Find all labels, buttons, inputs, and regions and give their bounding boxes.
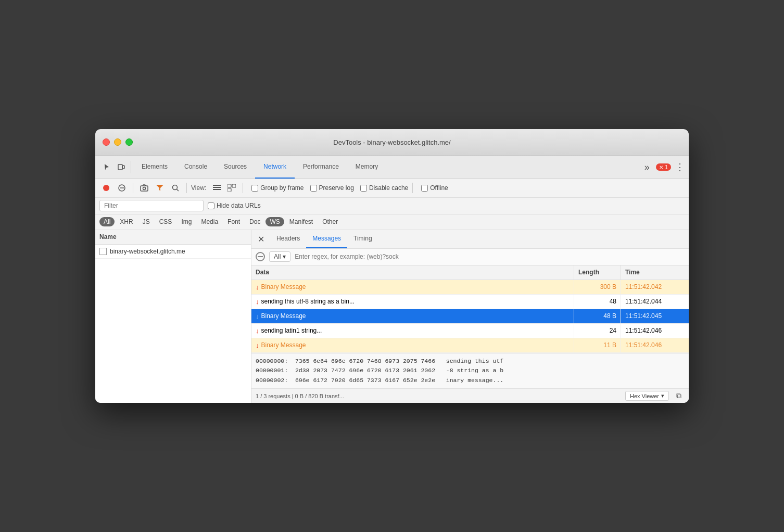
hex-viewer-dropdown-button[interactable]: Hex Viewer ▾ (625, 391, 669, 401)
traffic-lights (103, 138, 133, 146)
message-time-cell: 11:51:42.046 (621, 338, 689, 352)
hex-line: 00000000: 7365 6e64 696e 6720 7468 6973 … (256, 357, 685, 366)
arrow-down-icon: ↓ (256, 341, 259, 349)
toolbar-sep-2 (186, 183, 187, 193)
message-data-cell: ↓ Binary Message (251, 309, 574, 323)
status-requests-text: 1 / 3 requests | 0 B / 820 B transf... (256, 393, 625, 399)
message-time-cell: 11:51:42.045 (621, 309, 689, 323)
header-time: Time (621, 265, 689, 280)
tab-timing[interactable]: Timing (347, 230, 378, 248)
tab-performance[interactable]: Performance (295, 156, 347, 179)
left-panel: Name binary-websocket.glitch.me (95, 230, 251, 403)
view-label: View: (191, 184, 206, 192)
more-tabs-button[interactable]: » (642, 162, 652, 173)
clear-button[interactable] (115, 181, 129, 195)
table-row[interactable]: ↓ sending this utf-8 string as a bin... … (251, 295, 689, 309)
tab-messages[interactable]: Messages (306, 230, 347, 248)
filter-type-css[interactable]: CSS (155, 217, 176, 226)
table-row[interactable]: ↓ Binary Message 300 B 11:51:42.042 (251, 280, 689, 295)
message-data-cell: ↓ Binary Message (251, 338, 574, 352)
table-row[interactable]: ↓ Binary Message 11 B 11:51:42.046 (251, 338, 689, 353)
tabs-list: Elements Console Sources Network Perform… (133, 156, 642, 179)
tab-sources[interactable]: Sources (216, 156, 255, 179)
filter-type-img[interactable]: Img (177, 217, 196, 226)
table-row[interactable]: ↓ Binary Message 48 B 11:51:42.045 (251, 309, 689, 324)
message-length-cell: 24 (574, 324, 621, 338)
cursor-tool-button[interactable] (99, 160, 114, 174)
filter-types-bar: All XHR JS CSS Img Media Font Doc WS Man… (95, 214, 689, 230)
tab-elements[interactable]: Elements (133, 156, 176, 179)
devtools-menu-button[interactable]: ⋮ (675, 161, 685, 173)
message-data-cell: ↓ sending this utf-8 string as a bin... (251, 295, 574, 309)
filter-type-other[interactable]: Other (318, 217, 342, 226)
messages-table: Data Length Time ↓ Binary Message 300 B (251, 265, 689, 353)
filter-type-font[interactable]: Font (223, 217, 244, 226)
offline-checkbox[interactable] (421, 185, 428, 192)
svg-rect-13 (227, 184, 231, 187)
message-data-cell: ↓ sending latin1 string... (251, 324, 574, 338)
svg-rect-10 (213, 185, 221, 186)
message-time-cell: 11:51:42.046 (621, 324, 689, 338)
messages-table-header: Data Length Time (251, 265, 689, 280)
filter-type-js[interactable]: JS (138, 217, 154, 226)
tab-network[interactable]: Network (255, 156, 295, 179)
filter-type-all[interactable]: All (99, 217, 115, 226)
messages-search-input[interactable] (295, 253, 685, 260)
device-mode-button[interactable] (114, 160, 129, 174)
maximize-button[interactable] (125, 138, 133, 146)
disable-cache-checkbox-group: Disable cache (360, 184, 408, 192)
filter-type-manifest[interactable]: Manifest (285, 217, 317, 226)
svg-point-8 (173, 185, 178, 190)
toolbar-sep-4 (412, 183, 413, 193)
offline-label: Offline (430, 184, 448, 192)
tab-headers[interactable]: Headers (270, 230, 306, 248)
group-by-frame-label: Group by frame (260, 184, 304, 192)
filter-button[interactable] (153, 181, 167, 195)
status-right-area: Hex Viewer ▾ ⧉ (625, 390, 685, 402)
message-length-cell: 48 (574, 295, 621, 309)
filter-type-xhr[interactable]: XHR (116, 217, 137, 226)
disable-cache-checkbox[interactable] (360, 185, 367, 192)
svg-rect-15 (227, 188, 231, 192)
message-data-text: sending this utf-8 string as a bin... (261, 298, 355, 305)
requests-header: Name (95, 230, 251, 245)
group-by-frame-checkbox-group: Group by frame (251, 184, 304, 192)
table-row[interactable]: ↓ sending latin1 string... 24 11:51:42.0… (251, 324, 689, 338)
svg-point-6 (143, 187, 146, 190)
camera-button[interactable] (137, 181, 151, 195)
filter-input[interactable] (99, 200, 204, 211)
message-length-cell: 48 B (574, 309, 621, 323)
hide-data-urls-checkbox[interactable] (208, 202, 214, 209)
list-item[interactable]: binary-websocket.glitch.me (95, 245, 251, 259)
tab-console[interactable]: Console (176, 156, 216, 179)
filter-type-ws[interactable]: WS (265, 217, 284, 226)
message-data-cell: ↓ Binary Message (251, 280, 574, 294)
preserve-log-label: Preserve log (319, 184, 354, 192)
record-button[interactable] (99, 181, 113, 195)
svg-rect-14 (232, 184, 236, 187)
tab-memory[interactable]: Memory (347, 156, 386, 179)
hex-viewer-panel: 00000000: 7365 6e64 696e 6720 7468 6973 … (251, 353, 689, 388)
group-by-frame-checkbox[interactable] (251, 185, 258, 192)
filter-bar: Hide data URLs (95, 198, 689, 214)
hex-line: 00000002: 696e 6172 7920 6d65 7373 6167 … (256, 376, 685, 385)
tree-view-button[interactable] (225, 181, 238, 195)
search-button[interactable] (169, 181, 182, 195)
copy-button[interactable]: ⧉ (673, 390, 685, 402)
list-view-button[interactable] (210, 181, 224, 195)
minimize-button[interactable] (114, 138, 121, 146)
request-name: binary-websocket.glitch.me (110, 248, 185, 255)
preserve-log-checkbox[interactable] (310, 185, 317, 192)
messages-type-dropdown[interactable]: All ▾ (269, 251, 290, 262)
message-data-text: Binary Message (261, 283, 306, 290)
message-data-text: sending latin1 string... (261, 327, 322, 334)
filter-type-doc[interactable]: Doc (245, 217, 264, 226)
filter-type-media[interactable]: Media (197, 217, 222, 226)
close-detail-button[interactable]: ✕ (256, 234, 266, 244)
svg-rect-5 (141, 186, 148, 191)
status-bar: 1 / 3 requests | 0 B / 820 B transf... H… (251, 388, 689, 403)
close-button[interactable] (103, 138, 110, 146)
message-time-cell: 11:51:42.042 (621, 280, 689, 294)
arrow-down-icon: ↓ (256, 283, 259, 291)
hide-urls-group: Hide data URLs (208, 202, 261, 209)
